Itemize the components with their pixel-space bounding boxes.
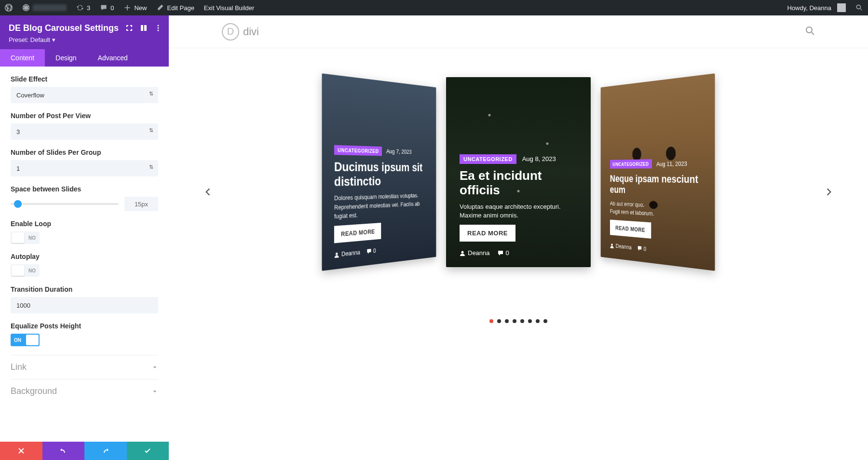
svg-point-6 (611, 244, 612, 246)
edit-page-item[interactable]: Edit Page (151, 0, 199, 15)
chevron-down-icon: ▾ (52, 36, 55, 43)
save-button[interactable] (127, 442, 169, 460)
svg-point-2 (158, 30, 159, 31)
read-more-button[interactable]: READ MORE (334, 223, 381, 243)
carousel-next[interactable] (824, 187, 834, 199)
accordion-background[interactable]: Background (11, 379, 158, 403)
svg-point-5 (461, 251, 464, 253)
svg-point-0 (158, 25, 159, 27)
autoplay-toggle[interactable]: NO (11, 264, 40, 277)
pagination-dot[interactable] (505, 319, 509, 323)
enable-loop-label: Enable Loop (11, 220, 158, 228)
exit-builder-item[interactable]: Exit Visual Builder (199, 0, 259, 15)
transition-duration-label: Transition Duration (11, 285, 158, 293)
new-label: New (134, 4, 147, 12)
wp-logo[interactable] (0, 0, 17, 15)
adminbar-search[interactable] (851, 0, 868, 15)
panel-tabs: Content Design Advanced (0, 49, 169, 67)
posts-per-view-select[interactable] (11, 123, 158, 140)
slide-effect-select[interactable] (11, 87, 158, 103)
posts-per-view-label: Number of Post Per View (11, 112, 158, 120)
autoplay-label: Autoplay (11, 253, 158, 260)
enable-loop-toggle[interactable]: NO (11, 231, 40, 244)
category-badge[interactable]: UNCATEGORIZED (334, 145, 382, 156)
site-logo-text: divi (243, 26, 259, 38)
avatar (837, 3, 846, 12)
post-date: Aug 8, 2023 (522, 155, 556, 162)
post-title[interactable]: Ducimus ipsum sit distinctio (334, 160, 427, 189)
more-icon[interactable] (154, 24, 162, 34)
tab-content[interactable]: Content (0, 49, 45, 67)
slides-per-group-select[interactable] (11, 160, 158, 176)
site-name-item[interactable] (17, 0, 71, 15)
panel-header: DE Blog Carousel Settings Preset: Defaul… (0, 15, 169, 49)
undo-button[interactable] (42, 442, 85, 460)
carousel-card[interactable]: UNCATEGORIZED Aug 11, 2023 Neque ipsam n… (601, 73, 715, 271)
pagination-dot[interactable] (513, 319, 516, 323)
post-excerpt: Dolores quisquam molestias voluptas. Rep… (334, 191, 427, 221)
divi-logo-icon: D (222, 23, 239, 41)
pagination-dot[interactable] (520, 319, 524, 323)
chevron-down-icon (151, 364, 158, 371)
preset-selector[interactable]: Preset: Default ▾ (9, 36, 160, 43)
post-excerpt: Voluptas eaque architecto excepturi. Max… (460, 203, 577, 220)
carousel-pagination (489, 319, 547, 323)
howdy-item[interactable]: Howdy, Deanna (782, 0, 851, 15)
wp-admin-bar: 3 0 New Edit Page Exit Visual Builder Ho… (0, 0, 868, 15)
pagination-dot[interactable] (489, 319, 493, 323)
tab-design[interactable]: Design (45, 49, 87, 67)
post-excerpt: Ab aut error quo. Fugit rem et laborum. (610, 200, 703, 221)
slider-thumb[interactable] (14, 200, 22, 208)
tab-advanced[interactable]: Advanced (87, 49, 138, 67)
carousel-prev[interactable] (203, 187, 213, 199)
category-badge[interactable]: UNCATEGORIZED (460, 154, 516, 164)
pagination-dot[interactable] (497, 319, 501, 323)
post-comments[interactable]: 0 (366, 247, 376, 255)
equalize-height-label: Equalize Posts Height (11, 322, 158, 330)
post-title[interactable]: Neque ipsam nesciunt eum (610, 173, 703, 198)
slide-effect-label: Slide Effect (11, 75, 158, 83)
updates-item[interactable]: 3 (71, 0, 95, 15)
close-button[interactable] (0, 442, 42, 460)
svg-point-3 (806, 27, 812, 33)
equalize-height-toggle[interactable]: ON (11, 334, 40, 346)
post-comments[interactable]: 0 (498, 249, 509, 257)
post-date: Aug 11, 2023 (656, 160, 687, 167)
accordion-link[interactable]: Link (11, 355, 158, 379)
site-logo[interactable]: D divi (222, 23, 259, 41)
redo-button[interactable] (84, 442, 127, 460)
comments-count: 0 (110, 4, 114, 12)
category-badge[interactable]: UNCATEGORIZED (610, 159, 652, 169)
read-more-button[interactable]: READ MORE (460, 225, 515, 242)
pagination-dot[interactable] (543, 319, 547, 323)
edit-page-label: Edit Page (167, 4, 194, 12)
howdy-text: Howdy, Deanna (787, 4, 831, 12)
svg-point-4 (336, 252, 338, 255)
space-between-slider[interactable] (11, 203, 119, 205)
space-between-label: Space between Slides (11, 185, 158, 193)
columns-icon[interactable] (140, 24, 148, 34)
carousel-card[interactable]: UNCATEGORIZED Aug 7, 2023 Ducimus ipsum … (322, 73, 436, 271)
pagination-dot[interactable] (528, 319, 532, 323)
pagination-dot[interactable] (536, 319, 540, 323)
search-icon[interactable] (805, 26, 815, 38)
site-name-text (33, 4, 67, 11)
carousel-card[interactable]: UNCATEGORIZED Aug 8, 2023 Ea et incidunt… (446, 77, 591, 267)
transition-duration-input[interactable] (11, 297, 158, 313)
slides-per-group-label: Number of Slides Per Group (11, 149, 158, 156)
post-author[interactable]: Deanna (460, 249, 490, 257)
comments-item[interactable]: 0 (95, 0, 119, 15)
read-more-button[interactable]: READ MORE (610, 220, 651, 239)
exit-builder-label: Exit Visual Builder (204, 4, 255, 12)
settings-panel: DE Blog Carousel Settings Preset: Defaul… (0, 15, 169, 460)
site-header: D divi (169, 15, 868, 48)
chevron-down-icon (151, 388, 158, 395)
blog-carousel: UNCATEGORIZED Aug 7, 2023 Ducimus ipsum … (169, 77, 868, 309)
post-comments[interactable]: 0 (637, 244, 646, 252)
new-item[interactable]: New (119, 0, 151, 15)
post-title[interactable]: Ea et incidunt officiis (460, 169, 577, 198)
fullscreen-icon[interactable] (125, 24, 133, 34)
space-between-value[interactable]: 15px (124, 197, 158, 211)
panel-footer (0, 442, 169, 460)
post-date: Aug 7, 2023 (386, 148, 412, 155)
